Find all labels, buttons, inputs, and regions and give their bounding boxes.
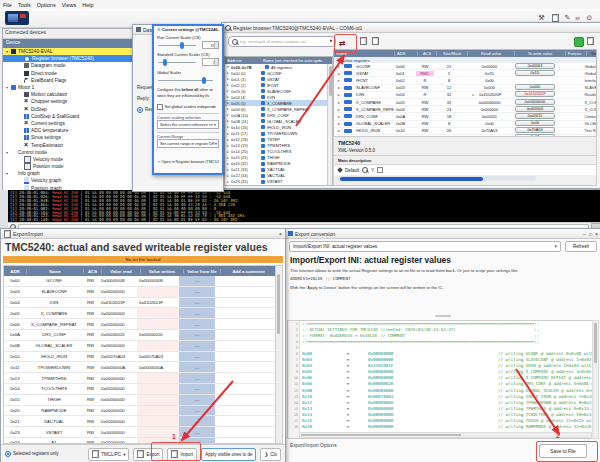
ini-code-editor[interactable]: 123456789101112131415161718 ;;==========… bbox=[287, 320, 593, 439]
tmcl-pc-button[interactable]: TMCL/PC▾ bbox=[88, 448, 129, 461]
splitter-handle[interactable] bbox=[435, 315, 451, 317]
selected-registers-radio[interactable]: Selected registers only bbox=[5, 451, 59, 457]
export-import-row[interactable]: 0x04 IOIN RW 0x4102001F 0x4102001F ---- bbox=[4, 298, 276, 309]
menu-item[interactable]: Views bbox=[62, 2, 77, 8]
refresh-button[interactable]: Refresh bbox=[565, 241, 597, 252]
global-scalers-checkbox[interactable]: Set global scalers independe bbox=[157, 104, 219, 110]
export-import-row[interactable]: 0x20 RAMPMODE RW 0x00000000 ---- bbox=[4, 406, 276, 417]
current-reference-combo[interactable]: Select the current reference re bbox=[157, 120, 219, 129]
radio-icon bbox=[137, 107, 143, 113]
export-import-row[interactable]: 0x0B GLOBAL_SCALER RW 0x00000000 ---- bbox=[4, 341, 276, 352]
global-scaler-slider[interactable] bbox=[158, 80, 213, 81]
standstill-slider[interactable] bbox=[158, 62, 196, 63]
close-button[interactable]: ❯Clo bbox=[260, 448, 281, 461]
run-current-slider[interactable] bbox=[158, 45, 196, 46]
current-range-combo[interactable]: Set current range in register DR bbox=[157, 139, 219, 148]
table-scrollbar[interactable] bbox=[275, 265, 283, 444]
default-label[interactable]: Default bbox=[345, 168, 359, 173]
export-import-row[interactable]: 0x00 GCONF RW 0x00000008 0x00000008 ---- bbox=[4, 276, 276, 287]
export-import-row[interactable]: 0x0A DRV_CONF RW 0x00000020 0x00000020 -… bbox=[4, 330, 276, 341]
close-icon[interactable]: × bbox=[595, 231, 598, 237]
maximize-icon[interactable]: □ bbox=[589, 231, 592, 237]
comment-cell[interactable] bbox=[215, 373, 276, 383]
write-value-button[interactable]: 0x4102001F bbox=[515, 91, 555, 97]
comment-cell[interactable] bbox=[215, 352, 276, 362]
register-address: 0x01 (1) bbox=[231, 77, 261, 82]
register-table-row[interactable]: ▸GSTAT 0x01 RWC 5 0x1D 0x1D Global Statu… bbox=[334, 70, 596, 77]
standstill-spinbox[interactable]: 3 bbox=[202, 58, 219, 66]
write-value-button[interactable]: 0x000000 bbox=[515, 106, 555, 112]
export-import-row[interactable]: 0x11 TPOWERDOWN RW 0x0000000A 0x0000000A… bbox=[4, 362, 276, 373]
expander-icon[interactable]: ▾ bbox=[6, 150, 11, 155]
slider-knob[interactable] bbox=[180, 42, 184, 49]
comment-cell[interactable] bbox=[215, 308, 276, 318]
communication-log-console[interactable]: [1] 20:30:01.004: Read RC 240 | 01 5A 00… bbox=[8, 190, 600, 224]
run-current-spinbox[interactable]: 31 bbox=[202, 41, 219, 49]
run-search-button[interactable]: ▸ bbox=[330, 37, 333, 43]
write-value-button[interactable]: 0x000 bbox=[515, 84, 555, 90]
export-import-row[interactable]: 0x03 SLAVECONF RW 0x00000000 ---- bbox=[4, 287, 276, 298]
write-value-button[interactable] bbox=[533, 78, 537, 83]
scrollbar-thumb[interactable] bbox=[340, 177, 483, 181]
checkbox-icon[interactable] bbox=[377, 167, 383, 173]
export-import-row[interactable]: 0x13 TPWMTHRS RW 0x00000000 ---- bbox=[4, 373, 276, 384]
register-tree-row[interactable]: ▸ 0x24 (36) A1 bbox=[225, 185, 332, 186]
write-value-button[interactable]: 0x1D bbox=[515, 70, 555, 76]
export-import-row[interactable]: 0x14 TCOOLTHRS RW 0x00000000 ---- bbox=[4, 384, 276, 395]
slider-knob[interactable] bbox=[163, 59, 167, 66]
comment-cell[interactable] bbox=[215, 395, 276, 405]
new-file-icon[interactable] bbox=[360, 37, 367, 45]
write-value-button[interactable]: 0x70A03 bbox=[515, 127, 555, 133]
menu-item[interactable]: Help bbox=[82, 2, 93, 8]
comment-cell[interactable] bbox=[215, 287, 276, 297]
export-import-row[interactable]: 0x06 X_COMPARE_REPEAT RW 0x00000000 ---- bbox=[4, 319, 276, 330]
register-icon bbox=[261, 71, 265, 75]
export-import-row[interactable]: 0x10 IHOLD_IRUN RW 0x00070A03 0x00070A03… bbox=[4, 352, 276, 363]
open-register-browser-link[interactable]: → Open in Register browser (TMC5240) bbox=[157, 159, 219, 164]
save-to-file-button[interactable]: Save to File bbox=[539, 444, 587, 458]
expander-icon[interactable]: ▾ bbox=[6, 171, 11, 176]
comment-cell[interactable] bbox=[215, 384, 276, 394]
import-button[interactable]: Import bbox=[167, 448, 197, 461]
export-button[interactable]: Export bbox=[133, 448, 163, 461]
menu-item[interactable]: File bbox=[3, 2, 12, 8]
comment-cell[interactable] bbox=[215, 330, 276, 340]
menu-item[interactable]: Tools bbox=[18, 2, 31, 8]
report-icon[interactable] bbox=[587, 37, 594, 45]
write-value-button[interactable]: 0x00000000 bbox=[515, 99, 555, 105]
minimize-icon[interactable]: – bbox=[583, 231, 586, 237]
comment-cell[interactable] bbox=[215, 319, 276, 329]
name-column-header[interactable]: Name (set checked for auto upda bbox=[261, 58, 324, 63]
menu-item[interactable]: Options bbox=[37, 2, 56, 8]
comment-cell[interactable] bbox=[215, 406, 276, 416]
open-file-icon[interactable] bbox=[372, 37, 379, 45]
export-import-row[interactable]: 0x05 X_COMPARE RW 0x00000000 ---- bbox=[4, 308, 276, 319]
comment-cell[interactable] bbox=[215, 341, 276, 351]
code-vertical-scrollbar[interactable] bbox=[592, 320, 599, 439]
comment-cell[interactable] bbox=[215, 276, 276, 286]
code-horizontal-scrollbar[interactable] bbox=[299, 432, 592, 438]
close-icon[interactable]: × bbox=[279, 231, 282, 237]
comment-cell[interactable] bbox=[215, 416, 276, 426]
tree-scrollbar[interactable] bbox=[327, 64, 332, 185]
register-browser-window: Register browser TMC5240@TMC5240-EVAL - … bbox=[221, 22, 600, 189]
register-name: IOIN bbox=[267, 95, 275, 100]
comment-cell[interactable] bbox=[215, 362, 276, 372]
register-search-input[interactable]: e.g. set match all names contains set bbox=[228, 36, 336, 47]
conversion-type-combo[interactable]: Import/Export INI: actual register value… bbox=[289, 241, 561, 252]
slider-knob[interactable] bbox=[202, 77, 206, 84]
comment-cell[interactable] bbox=[215, 298, 276, 308]
export-import-row[interactable]: 0x15 THIGH RW 0x00000000 ---- bbox=[4, 395, 276, 406]
export-import-row[interactable]: 0x23 VSTART RW 0x00000000 ---- bbox=[4, 427, 276, 438]
address-column-header[interactable]: Address bbox=[225, 58, 261, 63]
export-registers-icon[interactable]: ⇄ bbox=[339, 39, 346, 48]
export-import-row[interactable]: 0x21 XACTUAL RW 0x00000000 ---- bbox=[4, 416, 276, 427]
search-icon[interactable] bbox=[362, 167, 368, 173]
write-value-button[interactable]: 0x00011 bbox=[515, 113, 555, 119]
register-icon bbox=[265, 65, 269, 69]
comment-cell[interactable] bbox=[215, 427, 276, 437]
write-value-button[interactable]: 0x00 bbox=[515, 120, 555, 126]
write-value-button[interactable]: 0x00003 bbox=[515, 63, 555, 69]
table-horizontal-scrollbar[interactable] bbox=[337, 176, 536, 181]
apply-visible-button[interactable]: Apply visible ones to de bbox=[201, 448, 256, 461]
